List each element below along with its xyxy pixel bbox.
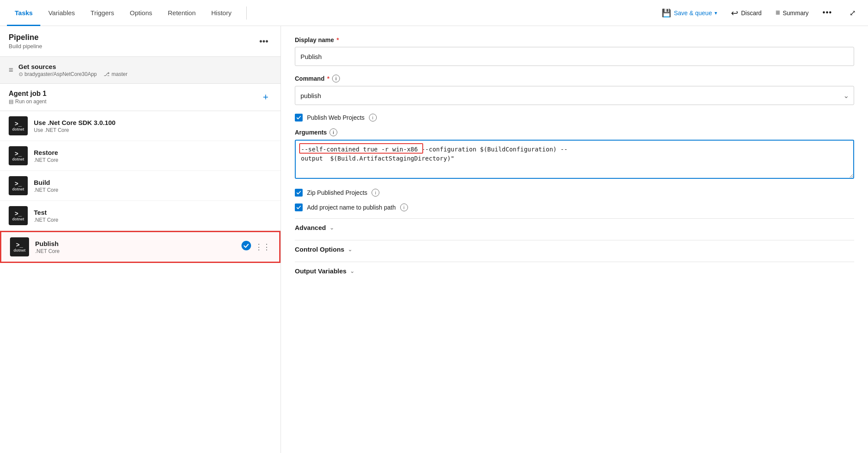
arguments-info-icon[interactable]: i [330, 128, 337, 136]
save-icon: 💾 [662, 8, 671, 18]
output-variables-section-header[interactable]: Output Variables ⌄ [295, 262, 854, 280]
summary-button[interactable]: ≡ Summary [770, 6, 814, 20]
lines-icon: ≡ [9, 66, 13, 75]
task-kebab-icon[interactable]: ⋮⋮ [255, 242, 271, 252]
task-info-publish: Publish .NET Core [35, 240, 59, 254]
branch-icon: ⎇ [104, 71, 110, 77]
task-icon-publish: >_ dotnet [10, 237, 29, 256]
top-bar-actions: 💾 Save & queue ▾ ↩ Discard ≡ Summary •••… [656, 5, 861, 21]
pipeline-menu-icon: ••• [259, 36, 268, 46]
command-label: Command * i [295, 75, 854, 82]
control-options-section-header[interactable]: Control Options ⌄ [295, 240, 854, 258]
get-sources-title: Get sources [19, 63, 127, 70]
command-info-icon[interactable]: i [332, 75, 340, 82]
ellipsis-icon: ••• [822, 8, 832, 17]
add-project-name-checkbox[interactable] [295, 204, 303, 211]
task-item-restore[interactable]: >_ dotnet Restore .NET Core [0, 141, 281, 171]
task-item-test[interactable]: >_ dotnet Test .NET Core [0, 201, 281, 231]
task-list: >_ dotnet Use .Net Core SDK 3.0.100 Use … [0, 111, 281, 453]
task-subtitle-build: .NET Core [34, 187, 58, 193]
publish-web-projects-checkbox[interactable] [295, 114, 303, 121]
discard-icon: ↩ [731, 8, 738, 18]
tab-tasks[interactable]: Tasks [7, 0, 40, 26]
control-options-chevron-icon: ⌄ [348, 246, 352, 253]
add-project-name-label: Add project name to publish path [307, 204, 396, 211]
task-icon-use-net-core: >_ dotnet [9, 116, 28, 135]
task-info-use-net-core: Use .Net Core SDK 3.0.100 Use .NET Core [34, 119, 115, 133]
task-subtitle-publish: .NET Core [35, 248, 59, 254]
task-icon-restore: >_ dotnet [9, 146, 28, 165]
get-sources-meta: ⊙ bradygaster/AspNetCore30App ⎇ master [19, 71, 127, 77]
pipeline-title: Pipeline [9, 33, 42, 42]
command-required: * [327, 75, 329, 82]
task-item-publish[interactable]: >_ dotnet Publish .NET Core ⋮⋮ [0, 231, 281, 263]
get-sources-row[interactable]: ≡ Get sources ⊙ bradygaster/AspNetCore30… [0, 57, 281, 84]
advanced-chevron-icon: ⌄ [330, 224, 334, 231]
svg-point-0 [241, 241, 251, 250]
chevron-down-icon: ▾ [715, 10, 717, 16]
task-item-use-net-core[interactable]: >_ dotnet Use .Net Core SDK 3.0.100 Use … [0, 111, 281, 141]
task-name-restore: Restore [34, 149, 58, 156]
agent-job-subtitle: ▤ Run on agent [9, 98, 46, 105]
task-name-publish: Publish [35, 240, 59, 247]
zip-published-info-icon[interactable]: i [372, 189, 379, 197]
left-panel: Pipeline Build pipeline ••• ≡ Get source… [0, 26, 281, 453]
tab-variables[interactable]: Variables [40, 0, 82, 26]
tab-options[interactable]: Options [122, 0, 160, 26]
advanced-section-header[interactable]: Advanced ⌄ [295, 218, 854, 236]
task-info-restore: Restore .NET Core [34, 149, 58, 163]
zip-published-label: Zip Published Projects [307, 189, 367, 196]
task-check-icon [241, 240, 251, 253]
publish-web-info-icon[interactable]: i [369, 114, 377, 121]
discard-button[interactable]: ↩ Discard [726, 5, 767, 21]
command-select-wrapper: publish build restore test run pack clea… [295, 86, 854, 105]
tab-triggers[interactable]: Triggers [83, 0, 122, 26]
right-panel: Display name * Command * i publish build… [281, 26, 868, 453]
arguments-container: --self-contained true -r win-x86 --self-… [295, 140, 854, 180]
publish-web-projects-label: Publish Web Projects [307, 114, 365, 121]
task-name-build: Build [34, 179, 58, 186]
task-subtitle-test: .NET Core [34, 217, 58, 223]
agent-job-info: Agent job 1 ▤ Run on agent [9, 90, 46, 105]
zip-published-checkbox[interactable] [295, 189, 303, 197]
tab-history[interactable]: History [203, 0, 239, 26]
more-options-button[interactable]: ••• [817, 6, 837, 20]
task-subtitle-restore: .NET Core [34, 157, 58, 163]
display-name-label: Display name * [295, 36, 854, 43]
task-info-build: Build .NET Core [34, 179, 58, 193]
arguments-textarea[interactable]: --self-contained true -r win-x86 --confi… [295, 140, 854, 179]
task-icon-test: >_ dotnet [9, 206, 28, 225]
agent-icon: ▤ [9, 98, 13, 105]
output-variables-title: Output Variables [295, 267, 346, 275]
zip-published-row: Zip Published Projects i [295, 189, 854, 197]
pipeline-menu-button[interactable]: ••• [256, 35, 272, 48]
top-nav-tabs: Tasks Variables Triggers Options Retenti… [7, 0, 239, 26]
agent-job-header: Agent job 1 ▤ Run on agent + [0, 84, 281, 111]
add-task-button[interactable]: + [259, 90, 272, 105]
main-layout: Pipeline Build pipeline ••• ≡ Get source… [0, 26, 868, 453]
publish-web-projects-row: Publish Web Projects i [295, 114, 854, 121]
required-asterisk: * [336, 36, 339, 43]
repo-info: ⊙ bradygaster/AspNetCore30App [19, 71, 97, 77]
top-bar: Tasks Variables Triggers Options Retenti… [0, 0, 868, 26]
output-variables-chevron-icon: ⌄ [350, 268, 355, 274]
add-project-name-info-icon[interactable]: i [400, 204, 408, 211]
expand-button[interactable]: ⤢ [844, 6, 861, 20]
agent-job-title: Agent job 1 [9, 90, 46, 98]
display-name-input[interactable] [295, 47, 854, 66]
get-sources-info: Get sources ⊙ bradygaster/AspNetCore30Ap… [19, 63, 127, 77]
task-info-test: Test .NET Core [34, 209, 58, 223]
task-item-build[interactable]: >_ dotnet Build .NET Core [0, 171, 281, 201]
pipeline-info: Pipeline Build pipeline [9, 33, 42, 49]
top-bar-divider [246, 7, 247, 20]
save-queue-button[interactable]: 💾 Save & queue ▾ [656, 6, 722, 20]
command-select[interactable]: publish build restore test run pack clea… [295, 86, 854, 105]
pipeline-section: Pipeline Build pipeline ••• [0, 26, 281, 57]
summary-icon: ≡ [776, 8, 780, 17]
tab-retention[interactable]: Retention [160, 0, 203, 26]
task-subtitle-use-net-core: Use .NET Core [34, 127, 115, 133]
advanced-title: Advanced [295, 224, 326, 231]
task-name-use-net-core: Use .Net Core SDK 3.0.100 [34, 119, 115, 126]
task-icon-build: >_ dotnet [9, 176, 28, 195]
control-options-title: Control Options [295, 246, 344, 253]
